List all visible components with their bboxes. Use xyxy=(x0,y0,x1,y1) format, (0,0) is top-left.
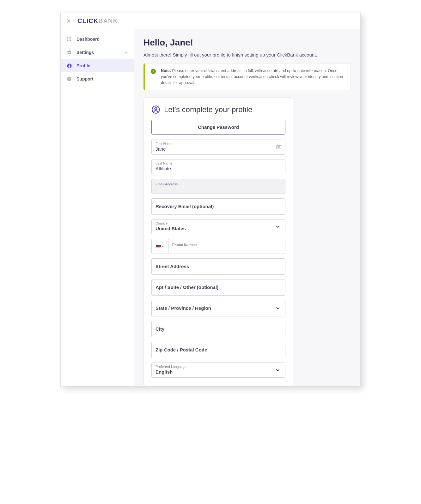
body: Dashboard Settings Profile ? xyxy=(61,29,360,386)
svg-rect-5 xyxy=(70,39,71,39)
gear-icon xyxy=(66,50,72,55)
street-address-field[interactable]: Street Address xyxy=(151,258,285,275)
svg-rect-8 xyxy=(70,40,71,41)
language-select[interactable]: Preferred Language English xyxy=(151,363,285,378)
topbar: ✕ CLICKBANK. xyxy=(61,13,360,29)
sidebar-item-settings[interactable]: Settings xyxy=(61,46,134,59)
field-placeholder: Recovery Email (optional) xyxy=(156,204,214,209)
svg-text:?: ? xyxy=(68,77,70,81)
chevron-down-icon xyxy=(275,367,281,373)
field-label: Phone Number xyxy=(172,243,197,247)
chevron-down-icon xyxy=(124,51,128,54)
recovery-email-field[interactable]: Recovery Email (optional) xyxy=(151,198,285,215)
card-header: Let's complete your profile xyxy=(151,105,285,114)
apt-field[interactable]: Apt / Suite / Other (optional) xyxy=(151,279,285,296)
field-label: Email Address xyxy=(156,182,281,186)
field-placeholder: Zip Code / Postal Code xyxy=(156,347,207,352)
page-subtitle: Almost there! Simply fill out your profi… xyxy=(143,52,351,57)
field-value: English xyxy=(156,369,173,375)
user-circle-icon xyxy=(66,63,72,69)
sidebar-item-label: Settings xyxy=(76,50,94,55)
field-placeholder: City xyxy=(156,326,164,332)
note-strong: Note: xyxy=(161,69,171,73)
page-title: Hello, Jane! xyxy=(143,38,351,48)
first-name-field[interactable]: First Name Jane xyxy=(151,140,285,155)
main-content: Hello, Jane! Almost there! Simply fill o… xyxy=(134,29,360,386)
sidebar-item-label: Dashboard xyxy=(76,37,100,42)
field-value: United States xyxy=(156,226,186,231)
field-value: Affiliate xyxy=(156,166,171,171)
phone-row: ▼ Phone Number xyxy=(151,239,285,254)
note-box: i Note: Please enter your official stree… xyxy=(143,63,351,90)
logo-part2: BANK xyxy=(98,17,118,24)
caret-down-icon: ▼ xyxy=(162,245,164,248)
note-text: Note: Please enter your official street … xyxy=(161,68,345,86)
state-select[interactable]: State / Province / Region xyxy=(151,300,285,316)
field-label: Last Name xyxy=(156,161,281,165)
chevron-down-icon xyxy=(275,305,281,311)
sidebar-item-label: Profile xyxy=(76,63,90,68)
profile-card: Let's complete your profile Change Passw… xyxy=(143,97,293,386)
svg-rect-0 xyxy=(67,37,68,38)
city-field[interactable]: City xyxy=(151,321,285,337)
phone-number-field[interactable]: Phone Number xyxy=(168,239,285,254)
logo-dot: . xyxy=(118,19,120,24)
country-select[interactable]: Country United States xyxy=(151,219,285,234)
field-placeholder: Apt / Suite / Other (optional) xyxy=(156,285,218,290)
field-placeholder: State / Province / Region xyxy=(156,305,211,311)
app-window: ✕ CLICKBANK. Dashboard Settings xyxy=(60,13,361,387)
field-value: Jane xyxy=(156,146,166,152)
email-field: Email Address xyxy=(151,179,285,194)
last-name-field[interactable]: Last Name Affiliate xyxy=(151,159,285,174)
logo-part1: CLICK xyxy=(77,17,98,24)
help-circle-icon: ? xyxy=(66,76,72,82)
field-placeholder: Street Address xyxy=(156,264,189,269)
logo: CLICKBANK. xyxy=(77,17,120,25)
chevron-down-icon xyxy=(275,224,281,230)
field-label: Preferred Language xyxy=(156,365,281,369)
sidebar-item-support[interactable]: ? Support xyxy=(61,72,134,86)
svg-rect-7 xyxy=(69,40,70,41)
svg-point-14 xyxy=(278,147,279,147)
svg-rect-3 xyxy=(67,39,68,39)
profile-icon xyxy=(151,105,160,114)
note-body: Please enter your official street addres… xyxy=(161,69,343,85)
change-password-button[interactable]: Change Password xyxy=(151,120,285,135)
sidebar-item-dashboard[interactable]: Dashboard xyxy=(61,33,134,46)
card-title: Let's complete your profile xyxy=(164,105,252,114)
field-label: First Name xyxy=(156,142,281,146)
svg-rect-4 xyxy=(69,39,70,39)
close-icon[interactable]: ✕ xyxy=(66,18,71,25)
contact-card-icon xyxy=(276,145,281,149)
phone-country-select[interactable]: ▼ xyxy=(151,239,168,254)
svg-rect-2 xyxy=(70,37,71,38)
sidebar-item-label: Support xyxy=(76,76,94,81)
svg-point-12 xyxy=(155,108,157,110)
us-flag-icon xyxy=(156,245,161,248)
grid-icon xyxy=(66,36,72,42)
field-label: Country xyxy=(156,221,281,225)
sidebar-item-profile[interactable]: Profile xyxy=(61,59,134,72)
info-icon: i xyxy=(151,69,156,74)
svg-rect-6 xyxy=(67,40,68,41)
sidebar: Dashboard Settings Profile ? xyxy=(61,29,134,386)
zip-field[interactable]: Zip Code / Postal Code xyxy=(151,342,285,358)
svg-rect-1 xyxy=(69,37,70,38)
